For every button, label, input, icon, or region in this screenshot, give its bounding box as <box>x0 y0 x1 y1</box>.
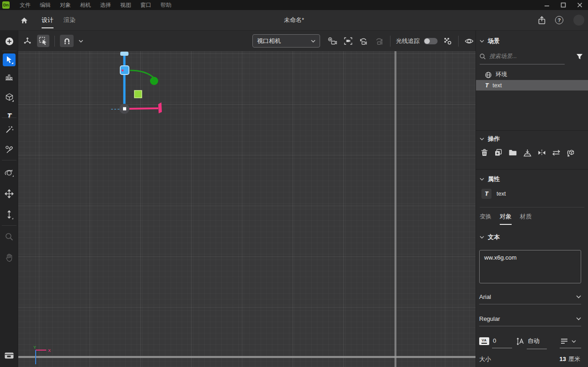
menu-edit[interactable]: 编辑 <box>35 1 55 9</box>
chevron-down-icon <box>572 340 576 343</box>
frame-camera-button[interactable] <box>343 37 353 45</box>
scene-item-label: text <box>492 82 502 89</box>
leading-value[interactable]: 自动 <box>527 337 547 349</box>
font-family-value: Arial <box>479 293 491 300</box>
scene-section-header[interactable]: 场景 <box>480 37 500 45</box>
gizmo-scale-handle[interactable] <box>134 90 142 98</box>
menu-camera[interactable]: 相机 <box>75 1 96 9</box>
gizmo-x-axis-handle[interactable] <box>128 108 158 109</box>
render-quality-settings-icon[interactable] <box>444 37 452 45</box>
snap-chevron-down-icon[interactable] <box>79 40 83 43</box>
tracking-value[interactable]: 0 <box>492 337 512 348</box>
menu-select[interactable]: 选择 <box>96 1 116 9</box>
add-content-button[interactable] <box>0 34 18 48</box>
help-icon[interactable] <box>555 16 563 24</box>
maximize-icon[interactable] <box>555 0 572 10</box>
sidebar-divider <box>2 160 16 160</box>
snap-magnet-button[interactable] <box>60 35 74 47</box>
text-content-input[interactable]: ww.x6g.com <box>479 250 581 283</box>
app-logo: Dn <box>2 1 10 9</box>
orbit-tool-button[interactable] <box>0 166 18 180</box>
center-column: 视口相机 光线追踪 <box>18 31 476 367</box>
tracking-control[interactable]: 0 <box>479 337 512 348</box>
tab-material[interactable]: 材质 <box>520 213 532 225</box>
hand-tool-button[interactable] <box>0 250 18 264</box>
property-tabs: 变换 对象 材质 <box>480 213 532 225</box>
chevron-down-icon <box>480 40 484 43</box>
marquee-select-icon <box>39 37 48 45</box>
scene-title: 场景 <box>488 37 500 45</box>
gizmo-rotate-handle[interactable] <box>150 77 158 85</box>
rotate-button[interactable] <box>567 149 575 157</box>
size-value: 13 <box>560 356 566 362</box>
horizon-ground-button[interactable] <box>0 349 18 362</box>
dolly-tool-button[interactable] <box>0 208 18 222</box>
mirror-button[interactable] <box>538 149 546 156</box>
folder-icon <box>508 149 517 156</box>
text-3d-icon <box>485 83 488 88</box>
minimize-icon[interactable] <box>539 0 555 10</box>
duplicate-button[interactable] <box>494 149 502 157</box>
text-section-header[interactable]: 文本 <box>480 233 500 241</box>
raytrace-label: 光线追踪 <box>396 37 420 45</box>
alignment-dropdown[interactable] <box>560 337 581 348</box>
viewport-camera-dropdown[interactable]: 视口相机 <box>252 34 320 48</box>
add-camera-bookmark-button[interactable] <box>328 37 337 45</box>
viewport-canvas[interactable]: Y X <box>18 51 476 367</box>
transform-gizmo[interactable] <box>111 52 162 114</box>
scene-search-input[interactable]: 搜索场景... <box>480 53 565 64</box>
gizmo-x-arrow-cap[interactable] <box>158 102 162 113</box>
font-weight-dropdown[interactable]: Regular <box>479 312 581 326</box>
scene-item-environment[interactable]: 环境 <box>476 69 588 80</box>
share-icon[interactable] <box>538 16 546 25</box>
redo-camera-move-button[interactable] <box>374 37 384 45</box>
select-tool-button[interactable] <box>3 53 16 66</box>
menu-file[interactable]: 文件 <box>15 1 35 9</box>
raytrace-toggle[interactable] <box>424 38 438 44</box>
properties-section-header[interactable]: 属性 <box>480 175 500 183</box>
menu-object[interactable]: 对象 <box>55 1 75 9</box>
menu-window[interactable]: 窗口 <box>136 1 156 9</box>
move-3d-icon[interactable] <box>23 37 32 46</box>
account-avatar[interactable] <box>573 15 584 26</box>
sampler-tool-button[interactable] <box>0 143 18 156</box>
selected-object-name: text <box>497 191 506 197</box>
gizmo-cube-handle[interactable] <box>120 66 129 74</box>
size-unit: 厘米 <box>568 356 580 362</box>
group-button[interactable] <box>508 149 517 156</box>
tab-render[interactable]: 渲染 <box>59 10 80 30</box>
tool-sidebar <box>0 31 18 367</box>
zoom-tool-button[interactable] <box>0 230 18 244</box>
primitives-tool-button[interactable] <box>0 90 18 104</box>
document-title: 未命名* <box>0 16 588 24</box>
menu-help[interactable]: 帮助 <box>156 1 176 9</box>
move-to-ground-button[interactable] <box>523 149 532 157</box>
gizmo-y-arrow-cap[interactable] <box>120 52 128 56</box>
bars-tool-button[interactable] <box>0 70 18 84</box>
main-area: 视口相机 光线追踪 <box>0 31 588 367</box>
leading-control[interactable]: 自动 <box>516 337 547 349</box>
pan-tool-button[interactable] <box>0 187 18 201</box>
home-button[interactable] <box>20 16 28 24</box>
close-icon[interactable] <box>572 0 588 10</box>
mirror-icon <box>538 149 546 156</box>
gizmo-rotate-arc[interactable] <box>130 70 154 78</box>
undo-camera-move-button[interactable] <box>359 37 368 45</box>
swap-button[interactable] <box>552 149 561 156</box>
tab-object[interactable]: 对象 <box>500 213 512 225</box>
scene-item-label: 环境 <box>496 71 507 79</box>
visibility-eye-icon[interactable] <box>465 38 474 44</box>
font-family-dropdown[interactable]: Arial <box>479 290 581 304</box>
text-3d-icon <box>485 191 488 197</box>
delete-button[interactable] <box>481 149 488 157</box>
actions-section-header[interactable]: 操作 <box>480 135 500 143</box>
size-value-group[interactable]: 13厘米 <box>560 355 580 363</box>
menu-view[interactable]: 视图 <box>116 1 136 9</box>
filter-funnel-icon[interactable] <box>576 53 583 60</box>
scene-item-text[interactable]: text <box>476 80 588 90</box>
text-3d-tool-button[interactable] <box>0 108 18 122</box>
magic-wand-tool-button[interactable] <box>0 122 18 136</box>
tab-transform[interactable]: 变换 <box>480 213 492 225</box>
tab-design[interactable]: 设计 <box>37 10 59 30</box>
marquee-select-button[interactable] <box>37 35 49 47</box>
